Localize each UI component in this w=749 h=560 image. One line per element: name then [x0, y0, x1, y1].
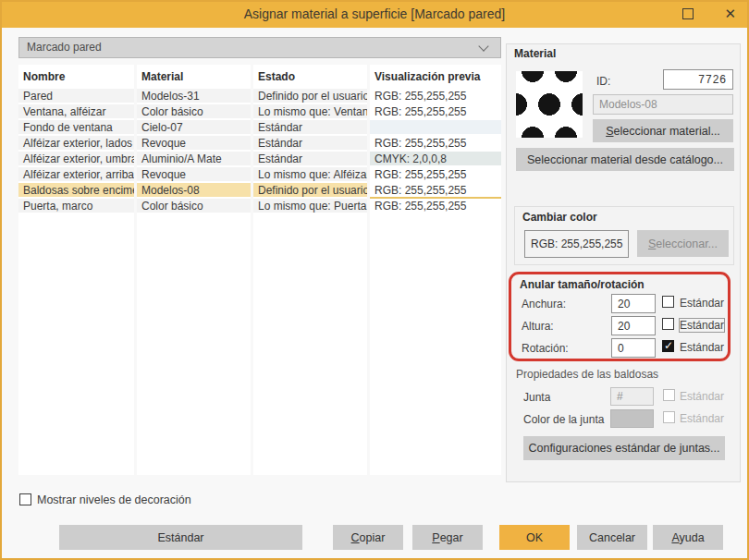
height-standard-checkbox[interactable]	[662, 318, 674, 330]
table-cell-nombre[interactable]: Alféizar exterior, umbral	[18, 152, 134, 167]
table-cell-nombre[interactable]: Alféizar exterior, arriba	[18, 167, 134, 183]
select-material-catalog-button[interactable]: Seleccionar material desde catálogo...	[516, 148, 734, 171]
height-input[interactable]: 20	[611, 316, 656, 335]
window-title: Asignar material a superficie [Marcado p…	[0, 0, 749, 28]
standard-button[interactable]: Estándar	[59, 525, 302, 550]
column-material: Material Modelos-31Color básicoCielo-07R…	[137, 65, 251, 475]
table-cell-material[interactable]: Cielo-07	[137, 120, 251, 136]
change-color-select-button[interactable]: Seleccionar...	[637, 230, 729, 257]
material-preview-swatch	[516, 71, 583, 138]
titlebar[interactable]: Asignar material a superficie [Marcado p…	[0, 0, 749, 28]
table-cell-nombre[interactable]: Pared	[18, 89, 134, 104]
surface-select[interactable]: Marcado pared	[18, 37, 501, 58]
change-color-group: Cambiar color RGB: 255,255,255 Seleccion…	[514, 206, 734, 265]
joint-standard-settings-button[interactable]: Configuraciones estándar de juntas...	[523, 436, 725, 460]
joint-standard-checkbox	[663, 389, 675, 401]
select-material-button[interactable]: Seleccionar material...	[593, 119, 733, 142]
table-cell-previa[interactable]: RGB: 255,255,255	[370, 167, 501, 183]
table-cell-previa[interactable]: RGB: 255,255,255	[370, 136, 501, 152]
close-icon[interactable]: ✕	[724, 0, 736, 28]
surfaces-table: Nombre ParedVentana, alféizarFondo de ve…	[18, 65, 501, 475]
material-name-field: Modelos-08	[593, 94, 733, 115]
material-panel-title: Material	[514, 47, 556, 60]
table-cell-estado[interactable]: Lo mismo que: Alféizar ex	[253, 167, 367, 183]
table-cell-previa[interactable]: CMYK: 2,0,0,8	[370, 152, 501, 167]
table-cell-estado[interactable]: Estándar	[253, 120, 367, 136]
table-cell-estado[interactable]: Estándar	[253, 136, 367, 152]
table-cell-estado[interactable]: Lo mismo que: Ventana, m	[253, 104, 367, 120]
joint-color-standard-label: Estándar	[680, 412, 724, 425]
rotation-standard-label: Estándar	[680, 341, 724, 354]
table-cell-estado[interactable]: Lo mismo que: Puerta, m	[253, 199, 367, 214]
table-cell-material[interactable]: Modelos-08	[137, 183, 251, 199]
table-cell-nombre[interactable]: Ventana, alféizar	[18, 104, 134, 120]
table-cell-material[interactable]: Aluminio/A Mate	[137, 152, 251, 167]
id-input[interactable]: 7726	[663, 69, 733, 90]
rotation-label: Rotación:	[522, 342, 569, 355]
paste-button[interactable]: Pegar	[412, 525, 483, 550]
override-title: Anular tamaño/rotación	[520, 278, 645, 291]
height-label: Altura:	[522, 320, 554, 333]
show-decoration-levels-label: Mostrar niveles de decoración	[37, 493, 191, 506]
table-cell-previa[interactable]: RGB: 255,255,255	[370, 199, 501, 214]
chevron-down-icon	[478, 41, 488, 51]
table-cell-previa[interactable]	[370, 120, 501, 136]
cancel-button[interactable]: Cancelar	[577, 525, 647, 550]
joint-label: Junta	[523, 391, 550, 404]
width-label: Anchura:	[522, 298, 566, 310]
id-label: ID:	[596, 75, 610, 88]
table-cell-estado[interactable]: Definido por el usuario	[253, 183, 367, 199]
table-cell-nombre[interactable]: Alféizar exterior, lados	[18, 136, 134, 152]
rotation-input[interactable]: 0	[611, 338, 656, 358]
table-cell-nombre[interactable]: Baldosas sobre encimera	[18, 183, 134, 199]
table-cell-nombre[interactable]: Fondo de ventana	[18, 120, 134, 136]
table-cell-previa[interactable]: RGB: 255,255,255	[370, 183, 501, 199]
show-decoration-levels-checkbox[interactable]	[19, 493, 31, 505]
joint-standard-label: Estándar	[680, 390, 724, 403]
column-nombre: Nombre ParedVentana, alféizarFondo de ve…	[18, 65, 134, 475]
width-input[interactable]: 20	[611, 294, 656, 313]
table-cell-material[interactable]: Modelos-31	[137, 89, 251, 104]
column-header-previa: Visualización previa	[370, 65, 501, 89]
copy-button[interactable]: Copiar	[333, 525, 403, 550]
column-header-estado: Estado	[253, 65, 367, 89]
surface-select-value: Marcado pared	[27, 41, 102, 54]
table-cell-material[interactable]: Revoque	[137, 167, 251, 183]
table-cell-estado[interactable]: Definido por el usuario	[253, 89, 367, 104]
tiles-title: Propiedades de las baldosas	[516, 368, 658, 381]
material-panel: Material ID: 7726 Modelos-08 Seleccionar…	[506, 43, 741, 482]
table-cell-previa[interactable]: RGB: 255,255,255	[370, 89, 501, 104]
help-button[interactable]: Ayuda	[653, 525, 723, 550]
width-standard-label: Estándar	[680, 297, 724, 310]
column-header-nombre: Nombre	[18, 65, 134, 89]
change-color-value: RGB: 255,255,255	[524, 230, 629, 258]
change-color-title: Cambiar color	[522, 211, 597, 224]
height-standard-label: Estándar	[680, 319, 724, 332]
ok-button[interactable]: OK	[499, 525, 570, 550]
joint-color-swatch	[610, 409, 654, 428]
table-cell-material[interactable]: Revoque	[137, 136, 251, 152]
table-cell-previa[interactable]: RGB: 255,255,255	[370, 104, 501, 120]
joint-color-label: Color de la junta	[523, 413, 604, 426]
column-estado: Estado Definido por el usuarioLo mismo q…	[253, 65, 367, 475]
joint-color-standard-checkbox	[663, 411, 675, 423]
joint-input: #	[610, 387, 654, 406]
table-cell-material[interactable]: Color básico	[137, 104, 251, 120]
column-previa: Visualización previa RGB: 255,255,255RGB…	[370, 65, 501, 475]
maximize-icon[interactable]	[682, 8, 694, 19]
table-cell-estado[interactable]: Estándar	[253, 152, 367, 167]
column-header-material: Material	[137, 65, 251, 89]
width-standard-checkbox[interactable]	[662, 296, 674, 308]
table-cell-material[interactable]: Color básico	[137, 199, 251, 214]
assign-material-dialog: Asignar material a superficie [Marcado p…	[0, 0, 749, 560]
rotation-standard-checkbox[interactable]	[662, 340, 674, 352]
table-cell-nombre[interactable]: Puerta, marco	[18, 199, 134, 214]
